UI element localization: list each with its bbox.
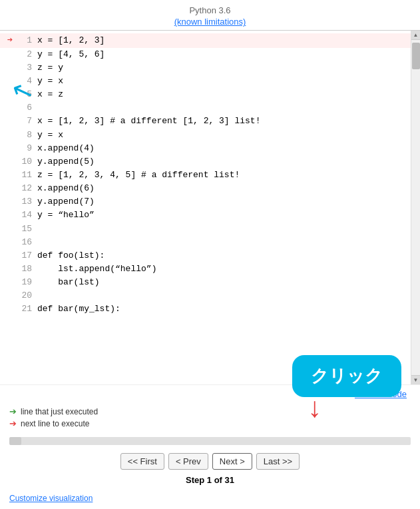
code-line-20: 20 — [0, 289, 411, 302]
line-code-7: x = [1, 2, 3] # a different [1, 2, 3] li… — [37, 115, 260, 128]
scrollbar-up-button[interactable]: ▲ — [411, 31, 421, 40]
line-number-11: 11 — [17, 169, 32, 182]
line-code-17: def foo(lst): — [37, 249, 105, 262]
scrollbar[interactable]: ▲ ▼ — [411, 31, 420, 384]
line-number-4: 4 — [17, 75, 32, 88]
line-number-19: 19 — [17, 276, 32, 289]
line-code-19: bar(lst) — [37, 276, 100, 289]
code-line-8: 8y = x — [0, 129, 411, 142]
code-line-9: 9x.append(4) — [0, 142, 411, 155]
code-line-2: 2y = [4, 5, 6] — [0, 48, 411, 61]
code-line-5: 5x = z — [0, 88, 411, 101]
progress-bar-row — [0, 434, 420, 448]
code-line-14: 14y = “hello” — [0, 209, 411, 222]
line-code-1: x = [1, 2, 3] — [37, 34, 105, 47]
line-code-12: x.append(6) — [37, 182, 95, 195]
next-button[interactable]: Next > — [212, 453, 252, 470]
red-arrow-icon: ➔ — [9, 418, 17, 428]
code-line-12: 12x.append(6) — [0, 182, 411, 195]
scrollbar-thumb[interactable] — [412, 43, 420, 69]
line-number-20: 20 — [17, 289, 32, 302]
line-code-11: z = [1, 2, 3, 4, 5] # a different list! — [37, 169, 240, 182]
code-line-11: 11z = [1, 2, 3, 4, 5] # a different list… — [0, 169, 411, 182]
code-line-18: 18 lst.append(“hello”) — [0, 262, 411, 276]
line-number-8: 8 — [17, 129, 32, 142]
green-arrow-icon: ➔ — [9, 406, 17, 416]
legend-red: ➔ next line to execute — [9, 418, 411, 428]
code-area: ↖ ➔1x = [1, 2, 3]2y = [4, 5, 6]3z = y4y … — [0, 31, 420, 384]
code-line-16: 16 — [0, 236, 411, 249]
legend-red-label: next line to execute — [21, 419, 89, 428]
line-number-14: 14 — [17, 209, 32, 222]
line-number-16: 16 — [17, 236, 32, 249]
code-line-17: 17def foo(lst): — [0, 249, 411, 262]
line-number-13: 13 — [17, 195, 32, 209]
prev-button[interactable]: < Prev — [168, 453, 208, 470]
line-code-10: y.append(5) — [37, 155, 95, 169]
line-number-5: 5 — [17, 88, 32, 101]
code-line-21: 21def bar(my_lst): — [0, 302, 411, 316]
line-number-6: 6 — [17, 101, 32, 115]
known-limitations-link[interactable]: (known limitations) — [174, 17, 246, 27]
code-line-19: 19 bar(lst) — [0, 276, 411, 289]
code-line-7: 7x = [1, 2, 3] # a different [1, 2, 3] l… — [0, 115, 411, 128]
line-code-3: z = y — [37, 61, 63, 75]
line-number-9: 9 — [17, 142, 32, 155]
line-number-2: 2 — [17, 48, 32, 61]
line-code-14: y = “hello” — [37, 209, 95, 222]
line-code-5: x = z — [37, 88, 63, 101]
code-line-3: 3z = y — [0, 61, 411, 75]
line-number-12: 12 — [17, 182, 32, 195]
line-code-8: y = x — [37, 129, 63, 142]
scrollbar-down-button[interactable]: ▼ — [411, 375, 421, 384]
python-version-title: Python 3.6 — [0, 5, 420, 15]
line-number-15: 15 — [17, 223, 32, 236]
progress-bar-inner — [9, 437, 21, 445]
line-code-21: def bar(my_lst): — [37, 302, 120, 316]
legend-green: ➔ line that just executed — [9, 406, 411, 416]
line-number-17: 17 — [17, 249, 32, 262]
main-container: Python 3.6 (known limitations) ↖ ➔1x = [… — [0, 0, 420, 509]
line-code-13: y.append(7) — [37, 195, 95, 209]
last-button[interactable]: Last >> — [256, 453, 300, 470]
line-number-7: 7 — [17, 115, 32, 128]
line-code-2: y = [4, 5, 6] — [37, 48, 105, 61]
code-line-15: 15 — [0, 223, 411, 236]
line-number-18: 18 — [17, 262, 32, 276]
nav-buttons-row: << First < Prev Next > Last >> — [0, 448, 420, 472]
step-info: Step 1 of 31 — [0, 472, 420, 489]
line-number-10: 10 — [17, 155, 32, 169]
code-line-6: 6 — [0, 101, 411, 115]
edit-link-row: Edit this code — [0, 384, 420, 402]
code-line-13: 13y.append(7) — [0, 195, 411, 209]
line-number-1: 1 — [17, 34, 32, 47]
code-line-10: 10y.append(5) — [0, 155, 411, 169]
header: Python 3.6 (known limitations) — [0, 0, 420, 30]
code-content: ➔1x = [1, 2, 3]2y = [4, 5, 6]3z = y4y = … — [0, 31, 411, 384]
line-code-9: x.append(4) — [37, 142, 95, 155]
edit-this-code-link[interactable]: Edit this code — [355, 389, 407, 399]
code-line-1: ➔1x = [1, 2, 3] — [0, 33, 411, 48]
code-line-4: 4y = x — [0, 75, 411, 88]
progress-bar-outer — [9, 437, 411, 445]
footer-link-row: Customize visualization — [0, 489, 420, 509]
customize-visualization-link[interactable]: Customize visualization — [9, 494, 93, 503]
legend-green-label: line that just executed — [21, 407, 98, 416]
line-indicator-1: ➔ — [4, 33, 16, 48]
first-button[interactable]: << First — [120, 453, 164, 470]
line-code-4: y = x — [37, 75, 63, 88]
line-number-3: 3 — [17, 61, 32, 75]
line-code-18: lst.append(“hello”) — [37, 262, 156, 276]
red-execution-arrow: ➔ — [7, 33, 13, 48]
line-number-21: 21 — [17, 302, 32, 316]
legend-area: ➔ line that just executed ➔ next line to… — [0, 402, 420, 434]
